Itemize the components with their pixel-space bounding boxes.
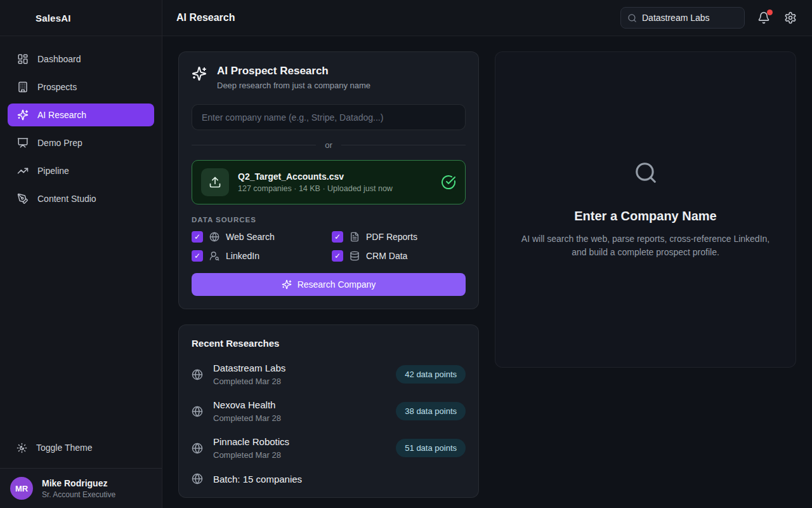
upload-icon <box>209 176 221 189</box>
or-divider: or <box>192 140 466 150</box>
source-linkedin[interactable]: ✓ LinkedIn <box>192 250 325 262</box>
source-label: PDF Reports <box>366 232 417 242</box>
checkbox-checked[interactable]: ✓ <box>332 250 343 262</box>
database-icon <box>350 251 360 261</box>
sparkles-icon <box>282 279 292 290</box>
user-profile[interactable]: MR Mike Rodriguez Sr. Account Executive <box>0 468 162 508</box>
notification-dot <box>767 10 773 15</box>
research-card-title: AI Prospect Research <box>217 65 370 77</box>
recent-company-name: Batch: 15 companies <box>213 474 466 485</box>
recent-research-row[interactable]: Datastream Labs Completed Mar 28 42 data… <box>192 363 466 386</box>
global-search <box>620 7 745 29</box>
globe-icon <box>192 443 203 454</box>
sidebar-item-ai-research[interactable]: AI Research <box>8 104 154 126</box>
recent-company-name: Datastream Labs <box>213 363 386 373</box>
globe-icon <box>192 473 203 485</box>
sidebar-item-label: Demo Prep <box>37 138 82 148</box>
trending-up-icon <box>17 165 29 177</box>
sidebar-item-content-studio[interactable]: Content Studio <box>8 187 154 210</box>
source-label: CRM Data <box>366 251 407 261</box>
app-logo: SalesAI <box>0 0 162 36</box>
globe-icon <box>209 232 219 242</box>
sidebar-item-prospects[interactable]: Prospects <box>8 76 154 98</box>
notifications-button[interactable] <box>756 10 771 25</box>
research-company-label: Research Company <box>298 279 376 290</box>
research-company-button[interactable]: Research Company <box>192 273 466 296</box>
empty-state-panel: Enter a Company Name AI will search the … <box>495 51 796 368</box>
checkbox-checked[interactable]: ✓ <box>332 231 343 243</box>
research-card-subtitle: Deep research from just a company name <box>217 81 370 90</box>
user-name: Mike Rodriguez <box>42 478 115 488</box>
data-sources-label: DATA SOURCES <box>192 216 466 224</box>
topbar: AI Research <box>162 0 812 36</box>
company-name-input[interactable] <box>192 104 466 130</box>
sidebar-item-label: Dashboard <box>37 54 81 64</box>
sparkles-icon <box>17 109 29 121</box>
search-icon <box>634 161 658 185</box>
recent-research-row[interactable]: Pinnacle Robotics Completed Mar 28 51 da… <box>192 436 466 460</box>
check-circle-icon <box>441 175 456 190</box>
checkbox-checked[interactable]: ✓ <box>192 231 203 243</box>
globe-icon <box>192 406 203 417</box>
presentation-icon <box>17 137 29 149</box>
data-points-badge: 42 data points <box>396 365 466 384</box>
empty-state-title: Enter a Company Name <box>574 209 717 224</box>
user-search-icon <box>209 251 219 261</box>
sidebar: SalesAI Dashboard Prospects AI Research … <box>0 0 162 508</box>
sun-moon-icon <box>16 443 27 453</box>
checkbox-checked[interactable]: ✓ <box>192 250 203 262</box>
globe-icon <box>192 369 203 380</box>
recent-company-name: Pinnacle Robotics <box>213 436 386 447</box>
data-sources-grid: ✓ Web Search ✓ PDF Reports <box>192 231 466 262</box>
sidebar-item-demo-prep[interactable]: Demo Prep <box>8 131 154 154</box>
upload-iconbox <box>201 168 229 196</box>
sidebar-item-pipeline[interactable]: Pipeline <box>8 159 154 182</box>
sidebar-nav: Dashboard Prospects AI Research Demo Pre… <box>0 36 162 215</box>
source-label: LinkedIn <box>226 251 259 261</box>
toggle-theme-label: Toggle Theme <box>36 443 92 453</box>
recent-research-row[interactable]: Nexova Health Completed Mar 28 38 data p… <box>192 399 466 423</box>
data-points-badge: 51 data points <box>396 439 466 457</box>
main-area: AI Research <box>162 0 812 508</box>
uploaded-file-card[interactable]: Q2_Target_Accounts.csv 127 companies · 1… <box>192 160 466 204</box>
source-web-search[interactable]: ✓ Web Search <box>192 231 325 243</box>
source-crm-data[interactable]: ✓ CRM Data <box>332 250 466 262</box>
pen-tool-icon <box>17 193 29 204</box>
user-role: Sr. Account Executive <box>42 490 115 499</box>
search-input[interactable] <box>642 13 738 23</box>
recent-status: Completed Mar 28 <box>213 377 386 386</box>
recent-researches-title: Recent Researches <box>192 338 466 349</box>
sidebar-item-label: Pipeline <box>37 166 69 176</box>
uploaded-file-meta: 127 companies · 14 KB · Uploaded just no… <box>238 184 432 193</box>
sidebar-item-label: Prospects <box>37 82 77 92</box>
sparkles-icon <box>192 66 207 81</box>
research-card: AI Prospect Research Deep research from … <box>178 51 479 309</box>
uploaded-filename: Q2_Target_Accounts.csv <box>238 171 432 182</box>
source-label: Web Search <box>226 232 275 242</box>
recent-company-name: Nexova Health <box>213 399 386 410</box>
file-text-icon <box>350 232 360 242</box>
sidebar-item-dashboard[interactable]: Dashboard <box>8 48 154 70</box>
recent-status: Completed Mar 28 <box>213 413 386 423</box>
recent-status: Completed Mar 28 <box>213 450 386 460</box>
avatar: MR <box>10 477 33 500</box>
recent-research-row[interactable]: Batch: 15 companies <box>192 473 466 485</box>
building-icon <box>17 81 29 93</box>
content: AI Prospect Research Deep research from … <box>162 36 812 508</box>
gear-icon <box>784 11 797 24</box>
sidebar-item-label: AI Research <box>37 110 86 120</box>
empty-state-description: AI will search the web, parse reports, c… <box>521 232 770 259</box>
sidebar-item-label: Content Studio <box>37 194 96 204</box>
recent-researches-card: Recent Researches Datastream Labs Comple… <box>178 324 479 498</box>
page-title: AI Research <box>176 12 235 23</box>
or-divider-label: or <box>325 140 332 150</box>
settings-button[interactable] <box>783 10 798 25</box>
source-pdf-reports[interactable]: ✓ PDF Reports <box>332 231 466 243</box>
search-icon <box>627 13 637 23</box>
dashboard-icon <box>17 53 29 65</box>
toggle-theme-button[interactable]: Toggle Theme <box>8 436 154 459</box>
data-points-badge: 38 data points <box>396 402 466 420</box>
